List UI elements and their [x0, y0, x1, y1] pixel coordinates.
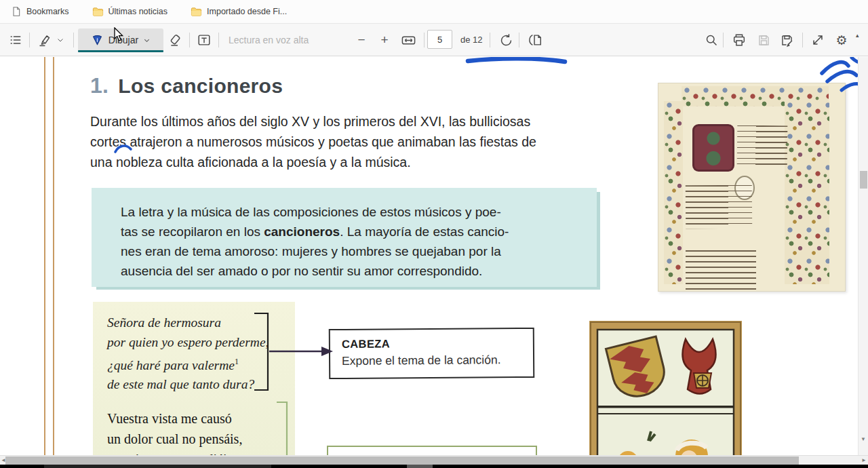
toolbar-divider: [723, 33, 724, 47]
plus-icon: +: [380, 33, 388, 47]
page-margin-rule: [44, 57, 45, 456]
manuscript-script-lines: [737, 125, 788, 168]
page-view-button[interactable]: [526, 31, 544, 49]
rotate-icon: [499, 33, 513, 47]
text-icon: [197, 33, 212, 47]
highlight-button[interactable]: [35, 31, 53, 49]
bookmark-folder-ultimas-noticias[interactable]: Últimas noticias: [92, 7, 168, 17]
poem-stanza-cabeza: Señora de hermosura por quien yo espero …: [107, 313, 295, 395]
folder-icon: [191, 7, 202, 17]
scrollbar-up-button[interactable]: ▴: [856, 32, 859, 39]
poem-line: por quien yo espero perderme,: [107, 333, 295, 353]
toolbar-divider: [189, 33, 190, 47]
illuminated-manuscript-image: [658, 83, 846, 292]
save-icon: [757, 33, 771, 47]
toolbar-divider: [519, 33, 519, 47]
bookmarks-bar: Bookmarks Últimas noticias Importado des…: [0, 0, 868, 24]
draw-pen-icon: [91, 34, 104, 47]
chevron-down-icon: [56, 36, 64, 44]
toolbar-divider: [29, 33, 30, 47]
taskbar-segment: [407, 465, 433, 468]
toolbar-divider: [424, 33, 425, 47]
scroll-down-button[interactable]: ▼: [861, 435, 866, 444]
highlight-dropdown-button[interactable]: [54, 31, 66, 49]
manuscript-script-lines: [686, 250, 756, 290]
definition-line: ausencia del ser amado o por no sentir s…: [121, 261, 597, 281]
save-button-disabled[interactable]: [755, 31, 772, 49]
footnote-marker: 1: [235, 357, 239, 366]
add-text-button[interactable]: [195, 31, 213, 49]
page-number-input[interactable]: [427, 30, 452, 49]
rotate-button[interactable]: [497, 31, 515, 49]
table-of-contents-icon: [9, 33, 22, 47]
scroll-right-button[interactable]: ►: [861, 456, 867, 465]
section-number: 1.: [90, 73, 108, 98]
bookmark-item-bookmarks[interactable]: Bookmarks: [11, 6, 69, 17]
poem-text: ¿qué haré para valerme: [107, 358, 235, 372]
ink-scribble: [827, 71, 856, 81]
poem-line: ¿qué haré para valerme1: [107, 352, 295, 375]
gear-icon: ⚙: [835, 33, 847, 48]
edge-pdf-viewer-window: Bookmarks Últimas noticias Importado des…: [0, 0, 868, 468]
page-title: 1.Los cancioneros: [90, 73, 283, 98]
save-as-icon: [780, 33, 794, 47]
manuscript-script-lines: [686, 185, 752, 229]
poem-line: Señora de hermosura: [107, 313, 295, 333]
print-button[interactable]: [730, 31, 748, 49]
definition-highlight-box: La letra y la música de las composicione…: [92, 188, 597, 287]
bookmark-folder-importado[interactable]: Importado desde Fi...: [191, 7, 287, 17]
cabeza-description: Expone el tema de la canción.: [342, 353, 533, 368]
poem-line: un dolor cual no pensáis,: [107, 429, 295, 449]
vertical-scrollbar[interactable]: ▼: [858, 57, 868, 455]
floral-border-right: [785, 101, 829, 284]
printer-icon: [732, 33, 747, 47]
section-title: Los cancioneros: [118, 75, 283, 97]
horizontal-scrollbar-thumb[interactable]: [5, 456, 799, 465]
minus-icon: −: [357, 33, 365, 47]
definition-text: . La mayoría de estas cancio-: [340, 225, 509, 239]
table-of-contents-button[interactable]: [7, 31, 24, 49]
definition-line: La letra y la música de las composicione…: [121, 202, 597, 222]
toolbar-divider: [490, 33, 490, 47]
taskbar-segment: [44, 465, 271, 468]
chevron-down-icon: [143, 37, 151, 44]
poem-line: de este mal que tanto dura?: [107, 375, 295, 395]
illuminated-initial: [692, 124, 734, 172]
settings-button[interactable]: ⚙: [833, 31, 850, 49]
pdf-toolbar: Dibujar Lectura en voz alta − +: [0, 24, 868, 56]
page-view-icon: [528, 33, 542, 47]
toolbar-divider: [73, 33, 74, 47]
zoom-out-button[interactable]: −: [353, 31, 370, 49]
taskbar-edge-strip: [0, 465, 868, 468]
zoom-in-button[interactable]: +: [376, 31, 393, 49]
definition-text: tas se recopilaron en los: [121, 225, 264, 239]
bookmark-label: Bookmarks: [26, 7, 69, 16]
poem-stanza-mudanza: Vuestra vista me causó un dolor cual no …: [107, 408, 295, 456]
next-label-box-clipped: [327, 446, 537, 456]
pdf-page[interactable]: 1.Los cancioneros Durante los últimos añ…: [0, 57, 868, 456]
poem-example-box: Señora de hermosura por quien yo espero …: [93, 302, 295, 456]
bookmark-label: Importado desde Fi...: [207, 7, 287, 16]
ink-scribble: [822, 62, 848, 73]
medieval-miniature-image: [589, 320, 743, 456]
save-as-button[interactable]: [778, 31, 795, 49]
read-aloud-button[interactable]: Lectura en voz alta: [229, 24, 309, 56]
page-count-label: de 12: [460, 24, 483, 56]
cabeza-label-box: CABEZA Expone el tema de la canción.: [329, 328, 535, 379]
expand-icon: [810, 33, 825, 47]
search-button[interactable]: [703, 31, 720, 49]
erase-button[interactable]: [166, 31, 184, 49]
floral-border-left: [664, 101, 683, 284]
fullscreen-button[interactable]: [809, 31, 827, 49]
intro-line: una nobleza culta aficionada a la poesía…: [90, 152, 536, 172]
toolbar-divider: [802, 33, 803, 47]
fit-width-icon: [401, 33, 416, 48]
definition-line: tas se recopilaron en los cancioneros. L…: [121, 222, 597, 241]
page-icon: [11, 6, 22, 17]
eraser-icon: [168, 33, 182, 47]
ink-stroke-top: [468, 58, 565, 62]
fit-to-width-button[interactable]: [399, 31, 417, 49]
horizontal-scrollbar[interactable]: ◄ ►: [0, 455, 868, 465]
vertical-scrollbar-thumb[interactable]: [860, 171, 867, 189]
definition-line: nes eran de tema amoroso: mujeres y homb…: [121, 241, 597, 261]
